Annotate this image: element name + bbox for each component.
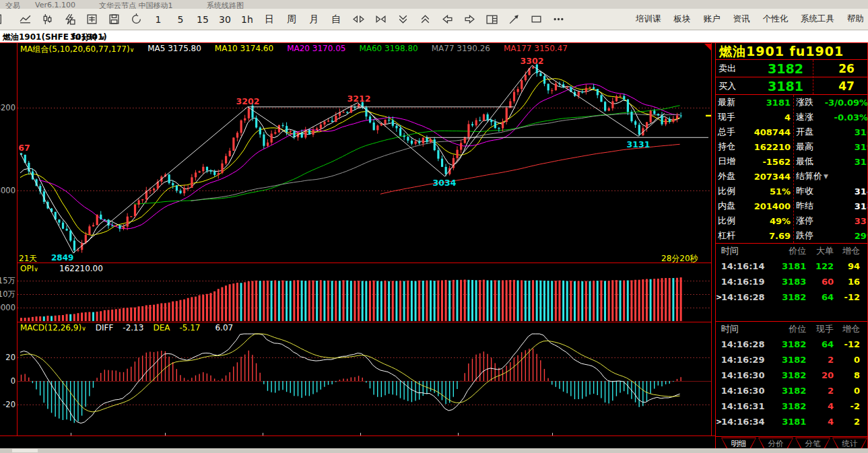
stats-column-left: 最新3181现手4总手408744持仓162210日增-1562外盘207344…	[716, 95, 793, 243]
chart-line-icon[interactable]	[18, 11, 32, 28]
menu-item-2[interactable]: 账户	[704, 13, 721, 25]
period-button-1h[interactable]: 1h	[240, 11, 255, 28]
expand-horizontal-icon[interactable]	[373, 11, 388, 28]
stat-label: 总手	[716, 126, 735, 138]
period-button-月[interactable]: 月	[306, 11, 321, 28]
tape-row[interactable]: 14:16:29318220多换	[716, 352, 867, 368]
tape-qty: 4	[806, 417, 834, 427]
tape-delta: -12	[834, 339, 860, 349]
tape-delta: 8	[834, 370, 860, 380]
period-button-1[interactable]: 1	[151, 11, 166, 28]
rectangle-tool-icon[interactable]	[529, 11, 543, 28]
refresh-icon[interactable]	[129, 11, 143, 28]
menu-item-0[interactable]: 培训课	[636, 13, 661, 25]
market-stats: 最新3181现手4总手408744持仓162210日增-1562外盘207344…	[716, 95, 867, 244]
tape-header-cell: 价位	[774, 323, 807, 335]
menu-item-4[interactable]: 个性化	[763, 13, 789, 25]
stat-value: 408744	[735, 127, 793, 137]
stat-label: 持仓	[716, 141, 735, 153]
tape-qty: 4	[806, 401, 834, 411]
opi-indicator-label[interactable]: OPI∨	[20, 264, 38, 273]
tape-row[interactable]: >14:16:34318142空开	[716, 414, 867, 429]
chevron-down-icon[interactable]: ▼	[822, 173, 828, 180]
compress-horizontal-icon[interactable]	[351, 11, 366, 28]
period-button-周[interactable]: 周	[284, 11, 299, 28]
more-icon[interactable]	[551, 11, 566, 28]
tape-row[interactable]: 14:16:3131824-2空平	[716, 398, 867, 414]
macd-label[interactable]: MACD(12,26,9)∨	[20, 323, 86, 333]
period-button-自[interactable]: 自	[329, 11, 343, 28]
stat-value: 3375	[813, 216, 867, 226]
tape-time: 14:16:28	[721, 292, 774, 302]
ma-group-selector[interactable]: MA组合(5,10,20,60,77,177)∨	[20, 44, 134, 55]
tape-header-cell: 开平	[860, 323, 867, 335]
ma-value-MA10: MA10 3174.60	[215, 44, 273, 55]
tape-row[interactable]: >14:16:28318264-12多平	[716, 289, 867, 305]
stat-label: 开盘	[794, 126, 813, 138]
stat-row-最高-3: 最高3197	[794, 139, 867, 154]
layout-grid-icon[interactable]	[484, 11, 499, 28]
stat-row-比例-6: 比例51%	[716, 184, 793, 199]
arrow-left-icon[interactable]	[440, 11, 455, 28]
tape-delta: 2	[834, 417, 860, 427]
tape-delta: 16	[834, 277, 860, 287]
macd-diff-value: -2.13	[123, 323, 143, 333]
period-button-日[interactable]: 日	[262, 11, 277, 28]
trendline-tool-icon[interactable]	[506, 11, 521, 28]
tape-header-cell: 时间	[721, 323, 774, 335]
tape-row[interactable]: 14:16:1931836016多开	[716, 274, 867, 289]
menu-item-6[interactable]: 帮助	[847, 13, 864, 25]
trading-terminal: 交易Ver6.1.100文华云节点 中国移动1系统线路图 1515301h日周月…	[0, 0, 868, 453]
tape-flag: 多开	[860, 370, 867, 382]
tape-header-cell: 现手	[806, 323, 834, 335]
resize-grip[interactable]	[12, 449, 38, 452]
stat-label: 最低	[794, 155, 813, 168]
tape-qty: 64	[806, 339, 834, 349]
tape-flag: 空开	[860, 260, 867, 273]
stat-row-现手-1: 现手4	[716, 110, 793, 125]
tape-delta: -2	[834, 401, 860, 411]
macd-bar-value: 6.07	[215, 323, 233, 333]
stat-label: 昨收	[794, 185, 813, 197]
tape-row[interactable]: 14:16:14318112294空开	[716, 258, 867, 274]
save-icon[interactable]	[106, 11, 121, 28]
arrow-right-icon[interactable]	[462, 11, 477, 28]
contract-title: 燃油1901 fu1901	[716, 43, 867, 60]
clipped-box-icon[interactable]	[0, 11, 10, 28]
bid-row[interactable]: 买入 3181 47	[716, 77, 867, 95]
macd-axis-label--20: -20	[0, 400, 15, 409]
chevrons-up-icon[interactable]	[418, 11, 432, 28]
period-selector[interactable]: 30分钟 ∨	[70, 32, 105, 43]
stat-row-内盘-7: 内盘201400	[716, 199, 793, 213]
stat-label: 速涨	[794, 111, 813, 123]
chevron-down-icon: ∨	[100, 34, 105, 41]
stat-row-持仓-3: 持仓162210	[716, 139, 793, 154]
chevrons-down-icon[interactable]	[395, 11, 410, 28]
menu-item-3[interactable]: 资讯	[733, 13, 750, 25]
period-button-5[interactable]: 5	[173, 11, 188, 28]
menu-item-1[interactable]: 板块	[674, 13, 691, 25]
period-button-15[interactable]: 15	[195, 11, 210, 28]
menu-item-5[interactable]: 系统工具	[801, 13, 834, 25]
latest-marker: >	[716, 293, 721, 302]
tape-flag: 多换	[860, 354, 867, 366]
tape-row[interactable]: 14:16:303182208多开	[716, 368, 867, 383]
chart-area[interactable]: MA组合(5,10,20,60,77,177)∨MA5 3175.80MA10 …	[0, 42, 715, 448]
stat-label: 昨结	[794, 200, 813, 212]
ask-row[interactable]: 卖出 3182 26	[716, 60, 867, 77]
stat-row-涨跌-0: 涨跌-3/0.09%	[794, 95, 867, 110]
tape-row[interactable]: 14:16:30318220多换	[716, 383, 867, 398]
stat-label: 结算价	[794, 170, 822, 182]
stat-value: 7.69	[735, 231, 793, 241]
tape-row[interactable]: 14:16:28318264-12多平	[716, 337, 867, 352]
period-button-30[interactable]: 30	[218, 11, 232, 28]
stat-row-开盘-2: 开盘3166	[794, 125, 867, 139]
order-ticket-icon[interactable]	[84, 11, 99, 28]
flash-order-icon[interactable]	[62, 11, 77, 28]
tape-header-cell: 增仓	[834, 323, 860, 335]
tape-delta: 94	[834, 261, 860, 271]
stat-value: -0.03%	[813, 112, 867, 123]
candlestick-icon[interactable]	[40, 11, 55, 28]
stat-row-总手-2: 总手408744	[716, 125, 793, 139]
stat-value: 201400	[735, 201, 793, 211]
